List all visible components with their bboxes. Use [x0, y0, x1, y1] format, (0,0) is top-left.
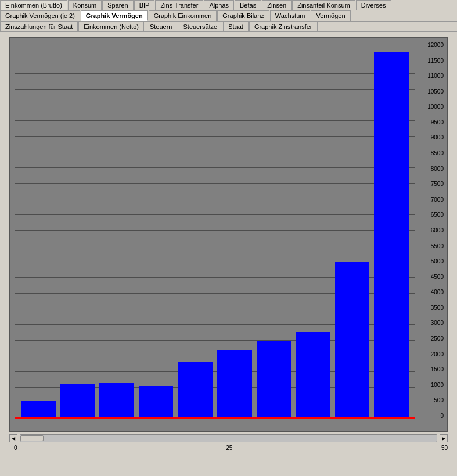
x-axis-labels: 0 25 50 — [5, 445, 452, 452]
x-label-50: 50 — [441, 445, 448, 451]
tab-zins-transfer[interactable]: Zins-Transfer — [155, 0, 203, 10]
y-label-10000: 10000 — [427, 104, 444, 110]
bar-wrapper-9 — [374, 42, 409, 419]
chart-container: 1200011500110001050010000950090008500800… — [9, 37, 448, 432]
y-label-9500: 9500 — [431, 120, 444, 126]
bar-wrapper-7 — [296, 42, 330, 419]
bar-6 — [257, 341, 292, 419]
y-label-500: 500 — [434, 398, 444, 403]
y-label-2500: 2500 — [431, 336, 444, 342]
tab-sparen[interactable]: Sparen — [102, 0, 133, 10]
y-label-10500: 10500 — [427, 89, 444, 95]
bar-wrapper-6 — [257, 42, 292, 419]
scroll-right-btn[interactable]: ▶ — [440, 434, 448, 442]
y-label-9000: 9000 — [431, 135, 444, 141]
y-label-11500: 11500 — [427, 58, 444, 64]
tab-betas[interactable]: Betas — [235, 0, 261, 10]
x-label-25: 25 — [226, 445, 232, 451]
bar-3 — [139, 386, 174, 419]
y-label-12000: 12000 — [427, 42, 444, 48]
bar-wrapper-3 — [139, 42, 174, 419]
tab-graphik-bilanz[interactable]: Graphik Bilanz — [217, 10, 269, 21]
tab-row-3: Zinszahlungen für StaatEinkommen (Netto)… — [0, 22, 457, 32]
tab-einkommen-(brutto)[interactable]: Einkommen (Brutto) — [0, 0, 67, 10]
tab-wachstum[interactable]: Wachstum — [270, 10, 311, 21]
bar-wrapper-5 — [217, 42, 252, 419]
tab-steuern[interactable]: Steuern — [145, 22, 178, 31]
y-label-1500: 1500 — [431, 367, 444, 373]
y-label-7000: 7000 — [431, 197, 444, 203]
main-content: 1200011500110001050010000950090008500800… — [0, 32, 457, 457]
tab-bip[interactable]: BIP — [134, 0, 155, 10]
tab-diverses[interactable]: Diverses — [356, 0, 391, 10]
bar-5 — [217, 350, 252, 419]
tab-vermögen[interactable]: Vermögen — [311, 10, 350, 21]
tab-zinszahlungen-für-staat[interactable]: Zinszahlungen für Staat — [0, 22, 78, 31]
scrollbar-track[interactable] — [20, 434, 437, 442]
scrollbar-thumb[interactable] — [20, 435, 44, 441]
bar-wrapper-0 — [21, 42, 56, 419]
scrollbar-area: ◀ ▶ — [5, 432, 452, 445]
red-baseline — [15, 417, 415, 419]
tab-zinsen[interactable]: Zinsen — [262, 0, 292, 10]
bar-1 — [60, 384, 95, 419]
y-label-1000: 1000 — [431, 382, 444, 388]
tab-graphik-einkommen[interactable]: Graphik Einkommen — [149, 10, 217, 21]
y-label-11000: 11000 — [427, 73, 444, 79]
x-label-0: 0 — [14, 445, 17, 451]
bar-2 — [99, 383, 134, 419]
bar-7 — [296, 332, 330, 419]
y-label-4500: 4500 — [431, 274, 444, 280]
y-label-3000: 3000 — [431, 320, 444, 326]
tab-konsum[interactable]: Konsum — [68, 0, 102, 10]
y-label-0: 0 — [440, 413, 444, 419]
tab-row-1: Einkommen (Brutto)KonsumSparenBIPZins-Tr… — [0, 0, 457, 10]
tab-graphik-vermögen[interactable]: Graphik Vermögen — [81, 10, 148, 21]
y-label-4000: 4000 — [431, 289, 444, 295]
tab-einkommen-(netto)[interactable]: Einkommen (Netto) — [78, 22, 144, 31]
y-label-6500: 6500 — [431, 212, 444, 218]
y-label-8000: 8000 — [431, 166, 444, 172]
bar-wrapper-8 — [335, 42, 370, 419]
tab-alphas[interactable]: Alphas — [204, 0, 234, 10]
tab-zinsanteil-konsum[interactable]: Zinsanteil Konsum — [292, 0, 355, 10]
y-label-5500: 5500 — [431, 244, 444, 249]
bar-wrapper-1 — [60, 42, 95, 419]
tab-staat[interactable]: Staat — [223, 22, 249, 31]
bar-8 — [335, 262, 370, 419]
tab-graphik-vermögen-(je-2)[interactable]: Graphik Vermögen (je 2) — [0, 10, 80, 21]
y-label-2000: 2000 — [431, 352, 444, 357]
bar-wrapper-2 — [99, 42, 134, 419]
y-label-8500: 8500 — [431, 151, 444, 156]
bar-wrapper-4 — [178, 42, 213, 419]
tab-row-2: Graphik Vermögen (je 2)Graphik VermögenG… — [0, 10, 457, 22]
y-axis-labels: 1200011500110001050010000950090008500800… — [415, 42, 444, 419]
tab-graphik-zinstransfer[interactable]: Graphik Zinstransfer — [249, 22, 318, 31]
bars-container — [15, 42, 415, 419]
scroll-left-btn[interactable]: ◀ — [9, 434, 17, 442]
y-label-6000: 6000 — [431, 228, 444, 234]
bar-4 — [178, 362, 213, 419]
bar-9 — [374, 52, 409, 419]
y-label-5000: 5000 — [431, 259, 444, 264]
y-label-3500: 3500 — [431, 305, 444, 311]
tab-steuersätze[interactable]: Steuersätze — [178, 22, 222, 31]
y-label-7500: 7500 — [431, 181, 444, 187]
chart-area — [15, 42, 415, 419]
